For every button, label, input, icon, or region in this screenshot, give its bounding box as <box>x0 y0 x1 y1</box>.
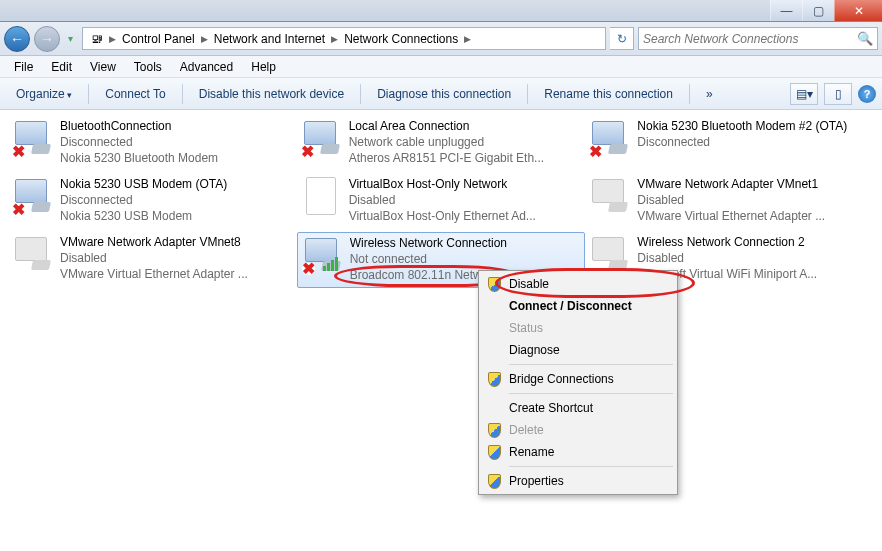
menu-file[interactable]: File <box>6 58 41 76</box>
rename-button[interactable]: Rename this connection <box>534 83 683 105</box>
connection-name: Nokia 5230 Bluetooth Modem #2 (OTA) <box>637 118 847 134</box>
chevron-right-icon[interactable]: ▶ <box>464 34 471 44</box>
context-menu-item: Delete <box>481 419 675 441</box>
close-button[interactable]: ✕ <box>834 0 882 21</box>
connection-name: BluetoothConnection <box>60 118 218 134</box>
nav-forward-button[interactable]: → <box>34 26 60 52</box>
chevron-right-icon[interactable]: ▶ <box>201 34 208 44</box>
network-adapter-icon: ✖ <box>302 235 342 275</box>
context-menu-item[interactable]: Disable <box>481 273 675 295</box>
connection-status: Disabled <box>637 192 825 208</box>
menu-help[interactable]: Help <box>243 58 284 76</box>
maximize-button[interactable]: ▢ <box>802 0 834 21</box>
network-adapter-icon <box>589 176 629 216</box>
more-commands-button[interactable]: » <box>696 83 723 105</box>
menu-tools[interactable]: Tools <box>126 58 170 76</box>
refresh-button[interactable]: ↻ <box>610 27 634 50</box>
connection-device: VMware Virtual Ethernet Adapter ... <box>60 266 248 282</box>
view-mode-button[interactable]: ▤▾ <box>790 83 818 105</box>
connection-item[interactable]: VMware Network Adapter VMnet8DisabledVMw… <box>8 232 297 288</box>
context-menu-label: Properties <box>509 474 564 488</box>
connection-name: VMware Network Adapter VMnet1 <box>637 176 825 192</box>
connection-item[interactable]: ✖BluetoothConnectionDisconnectedNokia 52… <box>8 116 297 172</box>
chevron-right-icon[interactable]: ▶ <box>109 34 116 44</box>
context-menu-label: Status <box>509 321 543 335</box>
context-menu-item[interactable]: Connect / Disconnect <box>481 295 675 317</box>
connection-item[interactable]: ✖Nokia 5230 USB Modem (OTA)DisconnectedN… <box>8 174 297 230</box>
connection-device: Nokia 5230 USB Modem <box>60 208 227 224</box>
preview-pane-button[interactable]: ▯ <box>824 83 852 105</box>
menu-edit[interactable]: Edit <box>43 58 80 76</box>
context-menu-label: Connect / Disconnect <box>509 299 632 313</box>
search-icon[interactable]: 🔍 <box>857 31 873 46</box>
connection-status: Disconnected <box>637 134 847 150</box>
connections-list: ✖BluetoothConnectionDisconnectedNokia 52… <box>0 110 882 551</box>
navbar: ← → ▾ 🖳 ▶ Control Panel ▶ Network and In… <box>0 22 882 56</box>
minimize-button[interactable]: — <box>770 0 802 21</box>
nav-history-dropdown[interactable]: ▾ <box>62 31 78 47</box>
context-menu-item[interactable]: Bridge Connections <box>481 368 675 390</box>
connection-status: Disconnected <box>60 192 227 208</box>
menu-bar: File Edit View Tools Advanced Help <box>0 56 882 78</box>
network-adapter-icon <box>12 234 52 274</box>
titlebar: — ▢ ✕ <box>0 0 882 22</box>
connection-name: VMware Network Adapter VMnet8 <box>60 234 248 250</box>
context-menu: DisableConnect / DisconnectStatusDiagnos… <box>478 270 678 495</box>
shield-icon <box>486 444 502 460</box>
network-adapter-icon: ✖ <box>12 118 52 158</box>
connection-name: Wireless Network Connection 2 <box>637 234 817 250</box>
explorer-window: — ▢ ✕ ← → ▾ 🖳 ▶ Control Panel ▶ Network … <box>0 0 882 551</box>
connection-status: Network cable unplugged <box>349 134 544 150</box>
network-adapter-icon: ✖ <box>301 118 341 158</box>
shield-icon <box>486 371 502 387</box>
connect-to-button[interactable]: Connect To <box>95 83 176 105</box>
help-icon[interactable]: ? <box>858 85 876 103</box>
disable-device-button[interactable]: Disable this network device <box>189 83 354 105</box>
connection-item[interactable]: ✖Local Area ConnectionNetwork cable unpl… <box>297 116 586 172</box>
connection-status: Disabled <box>60 250 248 266</box>
context-menu-label: Rename <box>509 445 554 459</box>
search-input[interactable] <box>643 32 857 46</box>
connection-status: Disabled <box>349 192 536 208</box>
connection-device: Nokia 5230 Bluetooth Modem <box>60 150 218 166</box>
breadcrumb-item[interactable]: Network and Internet <box>210 32 329 46</box>
context-menu-label: Create Shortcut <box>509 401 593 415</box>
network-adapter-icon: ✖ <box>589 118 629 158</box>
breadcrumb-item[interactable]: Control Panel <box>118 32 199 46</box>
breadcrumb-icon[interactable]: 🖳 <box>87 32 107 46</box>
connection-status: Not connected <box>350 251 507 267</box>
connection-status: Disabled <box>637 250 817 266</box>
connection-name: Local Area Connection <box>349 118 544 134</box>
nav-back-button[interactable]: ← <box>4 26 30 52</box>
shield-icon <box>486 422 502 438</box>
connection-status: Disconnected <box>60 134 218 150</box>
toolbar: Organize Connect To Disable this network… <box>0 78 882 110</box>
connection-name: VirtualBox Host-Only Network <box>349 176 536 192</box>
breadcrumb-item[interactable]: Network Connections <box>340 32 462 46</box>
shield-icon <box>486 473 502 489</box>
diagnose-button[interactable]: Diagnose this connection <box>367 83 521 105</box>
context-menu-item: Status <box>481 317 675 339</box>
breadcrumb[interactable]: 🖳 ▶ Control Panel ▶ Network and Internet… <box>82 27 606 50</box>
context-menu-item[interactable]: Properties <box>481 470 675 492</box>
connection-item[interactable]: VMware Network Adapter VMnet1DisabledVMw… <box>585 174 874 230</box>
menu-view[interactable]: View <box>82 58 124 76</box>
context-menu-label: Disable <box>509 277 549 291</box>
connection-item[interactable]: ✖Nokia 5230 Bluetooth Modem #2 (OTA)Disc… <box>585 116 874 172</box>
connection-name: Wireless Network Connection <box>350 235 507 251</box>
context-menu-item[interactable]: Rename <box>481 441 675 463</box>
network-adapter-icon: ✖ <box>12 176 52 216</box>
search-box[interactable]: 🔍 <box>638 27 878 50</box>
connection-item[interactable]: VirtualBox Host-Only NetworkDisabledVirt… <box>297 174 586 230</box>
context-menu-label: Bridge Connections <box>509 372 614 386</box>
connection-device: VMware Virtual Ethernet Adapter ... <box>637 208 825 224</box>
chevron-right-icon[interactable]: ▶ <box>331 34 338 44</box>
shield-icon <box>486 276 502 292</box>
organize-button[interactable]: Organize <box>6 83 82 105</box>
menu-advanced[interactable]: Advanced <box>172 58 241 76</box>
context-menu-item[interactable]: Create Shortcut <box>481 397 675 419</box>
context-menu-item[interactable]: Diagnose <box>481 339 675 361</box>
context-menu-label: Delete <box>509 423 544 437</box>
connection-device: VirtualBox Host-Only Ethernet Ad... <box>349 208 536 224</box>
connection-device: Atheros AR8151 PCI-E Gigabit Eth... <box>349 150 544 166</box>
